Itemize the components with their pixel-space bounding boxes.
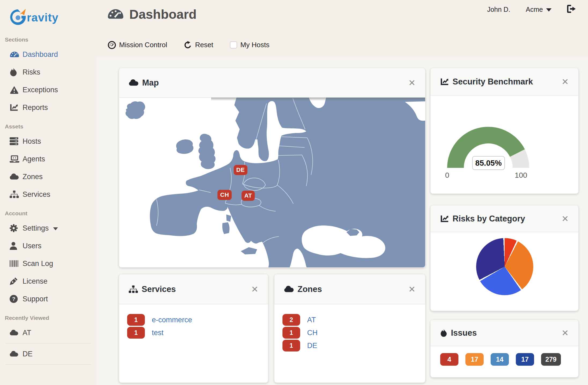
close-icon[interactable]: ✕ [561, 77, 569, 86]
close-icon[interactable]: ✕ [251, 285, 258, 294]
zone-count-badge: 2 [282, 314, 300, 326]
close-icon[interactable]: ✕ [561, 214, 569, 223]
close-icon[interactable]: ✕ [561, 329, 569, 337]
map-panel-title: Map [142, 78, 159, 88]
topbar: John D. Acme [487, 0, 588, 19]
sidebar-item-risks[interactable]: Risks [0, 63, 97, 81]
sidebar-item-label: Zones [23, 173, 43, 181]
org-name: Acme [526, 6, 543, 13]
services-title: Services [142, 284, 176, 294]
barcode-icon [10, 259, 20, 268]
security-benchmark-header: Security Benchmark ✕ [431, 68, 578, 95]
map-marker-ch[interactable]: CH [218, 190, 232, 200]
issues-badge-medium[interactable]: 14 [491, 353, 509, 366]
close-icon[interactable]: ✕ [408, 79, 416, 87]
issues-badge-high[interactable]: 17 [465, 353, 484, 366]
service-link[interactable]: test [152, 329, 164, 337]
mission-control-label: Mission Control [119, 41, 167, 49]
map-marker-at[interactable]: AT [242, 191, 255, 201]
divider [5, 343, 91, 343]
sidebar-item-settings[interactable]: Settings [0, 219, 97, 237]
risks-by-category-title: Risks by Category [453, 214, 525, 224]
mission-control-button[interactable]: Mission Control [108, 41, 167, 49]
sidebar-item-services[interactable]: Services [0, 186, 97, 203]
map-panel: Map ✕ [119, 68, 425, 268]
sidebar-heading-assets: Assets [0, 116, 97, 132]
gauge-value-label: 85.05% [472, 156, 505, 170]
sidebar-item-dashboard[interactable]: Dashboard [0, 46, 97, 63]
sidebar-item-label: Services [23, 190, 50, 199]
services-panel: Services ✕ 1 e-commerce 1 test [119, 274, 268, 383]
org-dropdown[interactable]: Acme [526, 6, 552, 13]
zones-title: Zones [297, 284, 322, 294]
divider [5, 364, 91, 365]
list-item: 1 e-commerce [127, 314, 268, 326]
question-circle-icon: ? [10, 294, 20, 303]
sidebar-item-agents[interactable]: Agents [0, 150, 97, 168]
sidebar-item-support[interactable]: ? Support [0, 290, 97, 308]
sidebar-item-hosts[interactable]: Hosts [0, 132, 97, 150]
zone-link[interactable]: CH [307, 329, 318, 337]
reset-label: Reset [195, 41, 213, 49]
my-hosts-checkbox[interactable] [230, 41, 237, 49]
zones-panel: Zones ✕ 2 AT 1 CH 1 DE [274, 274, 425, 383]
sidebar-item-label: Exceptions [23, 86, 58, 94]
chevron-down-icon [53, 227, 58, 230]
risks-by-category-header: Risks by Category ✕ [431, 205, 578, 232]
europe-map[interactable]: DE CH AT [119, 98, 425, 268]
sidebar-item-label: Dashboard [23, 50, 58, 59]
services-header: Services ✕ [119, 274, 268, 304]
issues-badges: 4 17 14 17 279 [431, 346, 578, 366]
risks-pie-chart[interactable] [476, 238, 533, 295]
svg-text:?: ? [12, 296, 15, 302]
security-benchmark-title: Security Benchmark [453, 77, 533, 87]
toolbar: Mission Control Reset My Hosts [108, 41, 269, 49]
cloud-icon [10, 328, 20, 337]
issues-panel: Issues ✕ 4 17 14 17 279 [430, 320, 579, 377]
zone-link[interactable]: DE [307, 342, 317, 350]
sidebar-item-license[interactable]: License [0, 272, 97, 290]
sidebar-item-recent-de[interactable]: DE [0, 345, 97, 363]
zones-list: 2 AT 1 CH 1 DE [274, 304, 425, 351]
sidebar-item-label: AT [23, 329, 31, 337]
issues-title: Issues [451, 328, 477, 338]
service-count-badge: 1 [127, 314, 145, 326]
gauge-icon [10, 50, 20, 59]
server-icon [10, 137, 20, 146]
map-marker-de[interactable]: DE [234, 165, 248, 175]
sign-out-button[interactable] [567, 5, 576, 14]
cloud-icon [10, 349, 20, 358]
zones-header: Zones ✕ [274, 274, 425, 304]
map-top-fade [211, 98, 425, 101]
pen-nib-icon [10, 277, 20, 286]
cloud-icon [10, 172, 20, 181]
risks-by-category-panel: Risks by Category ✕ [430, 205, 579, 311]
sidebar: ravity Sections Dashboard Risks Exceptio… [0, 0, 97, 385]
laptop-code-icon [10, 154, 20, 164]
sidebar-item-scan-log[interactable]: Scan Log [0, 255, 97, 272]
close-icon[interactable]: ✕ [408, 285, 416, 294]
sidebar-item-label: License [23, 277, 47, 286]
chevron-down-icon [546, 8, 552, 12]
gravity-logo[interactable]: ravity [0, 0, 97, 29]
page-header: Dashboard [107, 7, 197, 22]
services-list: 1 e-commerce 1 test [119, 304, 268, 339]
sidebar-item-zones[interactable]: Zones [0, 168, 97, 186]
sidebar-item-users[interactable]: Users [0, 237, 97, 255]
sidebar-item-exceptions[interactable]: Exceptions [0, 81, 97, 99]
my-hosts-label: My Hosts [240, 41, 269, 49]
issues-badge-critical[interactable]: 4 [440, 353, 458, 366]
issues-badge-info[interactable]: 279 [541, 353, 561, 366]
sidebar-heading-recently-viewed: Recently Viewed [0, 308, 97, 324]
my-hosts-toggle[interactable]: My Hosts [230, 41, 269, 49]
sidebar-item-label: Scan Log [23, 260, 53, 268]
chart-line-icon [10, 103, 20, 112]
issues-badge-low[interactable]: 17 [516, 353, 534, 366]
service-link[interactable]: e-commerce [152, 316, 192, 324]
sidebar-item-reports[interactable]: Reports [0, 99, 97, 116]
sidebar-item-label: Users [23, 242, 42, 250]
gauge-max-label: 100 [510, 171, 532, 180]
reset-button[interactable]: Reset [184, 41, 213, 49]
zone-link[interactable]: AT [307, 316, 316, 324]
sidebar-item-recent-at[interactable]: AT [0, 324, 97, 342]
